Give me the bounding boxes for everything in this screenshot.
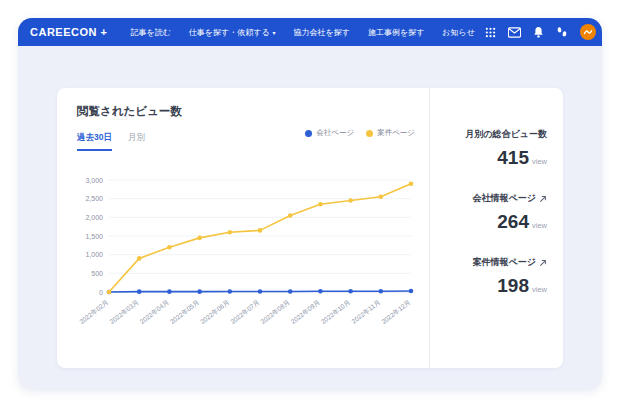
chart-section: 閲覧されたビュー数 会社ページ 案件ページ 過去30日 月別 05001,000… [57,88,430,368]
app-window: CAREECON + 記事を読む 仕事を探す・依頼する ▾ 協力会社を探す 施工… [18,18,602,390]
svg-text:1,000: 1,000 [85,251,103,258]
svg-text:2022年04月: 2022年04月 [138,298,170,326]
nav-item-find-partners[interactable]: 協力会社を探す [285,18,359,46]
svg-text:2022年02月: 2022年02月 [78,298,110,326]
external-link-icon [539,195,547,203]
total-views-value-row: 415view [440,147,547,169]
page-title: 閲覧されたビュー数 [77,104,182,119]
apps-grid-icon[interactable] [484,26,497,39]
total-views-unit: view [532,157,547,166]
total-views-value: 415 [497,147,529,168]
company-page-unit: view [532,221,547,230]
svg-text:2022年10月: 2022年10月 [320,298,352,326]
mail-icon[interactable] [508,26,521,39]
tab-monthly[interactable]: 月別 [128,132,145,151]
svg-text:2022年07月: 2022年07月 [229,298,261,326]
total-views-label: 月別の総合ビュー数 [440,128,547,141]
view-chart-svg: 05001,0001,5002,0002,5003,0002022年02月202… [63,170,425,342]
svg-text:2022年08月: 2022年08月 [259,298,291,326]
svg-text:2,000: 2,000 [85,214,103,221]
nav-menu: 記事を読む 仕事を探す・依頼する ▾ 協力会社を探す 施工事例を探す お知らせ [121,18,483,46]
svg-text:2022年06月: 2022年06月 [199,298,231,326]
legend-item-project: 案件ページ [366,128,415,138]
svg-text:3,000: 3,000 [85,177,103,184]
avatar[interactable] [580,24,596,40]
nav-item-find-work[interactable]: 仕事を探す・依頼する ▾ [180,18,285,46]
navbar-actions [484,24,596,40]
legend-dot-company [305,130,312,137]
project-page-value: 198 [497,275,529,296]
svg-text:2022年05月: 2022年05月 [169,298,201,326]
tab-last-30-days[interactable]: 過去30日 [77,132,112,151]
footprints-icon[interactable] [556,26,569,39]
range-tabs: 過去30日 月別 [77,132,145,151]
svg-text:1,500: 1,500 [85,233,103,240]
external-link-icon [539,259,547,267]
svg-text:500: 500 [91,270,103,277]
svg-text:2022年12月: 2022年12月 [380,298,412,326]
line-chart: 05001,0001,5002,0002,5003,0002022年02月202… [63,170,425,346]
svg-text:2022年09月: 2022年09月 [289,298,321,326]
nav-item-notices[interactable]: お知らせ [433,18,484,46]
careecon-logo[interactable]: CAREECON + [30,26,107,38]
company-page-link[interactable]: 会社情報ページ [473,192,547,205]
svg-text:0: 0 [99,289,103,296]
bell-icon[interactable] [532,26,545,39]
legend-item-company: 会社ページ [305,128,354,138]
nav-item-read-articles[interactable]: 記事を読む [121,18,179,46]
company-page-value: 264 [497,211,529,232]
svg-text:2022年11月: 2022年11月 [350,298,382,325]
company-page-value-row: 264view [440,211,547,233]
project-page-link[interactable]: 案件情報ページ [473,256,547,269]
caret-down-icon: ▾ [273,29,276,36]
views-card: 閲覧されたビュー数 会社ページ 案件ページ 過去30日 月別 05001,000… [57,88,563,368]
svg-text:2,500: 2,500 [85,195,103,202]
project-page-value-row: 198view [440,275,547,297]
project-page-unit: view [532,285,547,294]
summary-panel: 月別の総合ビュー数 415view 会社情報ページ 264view 案件情報ペー… [430,88,563,368]
svg-text:2022年03月: 2022年03月 [108,298,140,326]
chart-legend: 会社ページ 案件ページ [305,128,415,138]
nav-item-case-studies[interactable]: 施工事例を探す [359,18,433,46]
top-navbar: CAREECON + 記事を読む 仕事を探す・依頼する ▾ 協力会社を探す 施工… [18,18,602,46]
legend-dot-project [366,130,373,137]
